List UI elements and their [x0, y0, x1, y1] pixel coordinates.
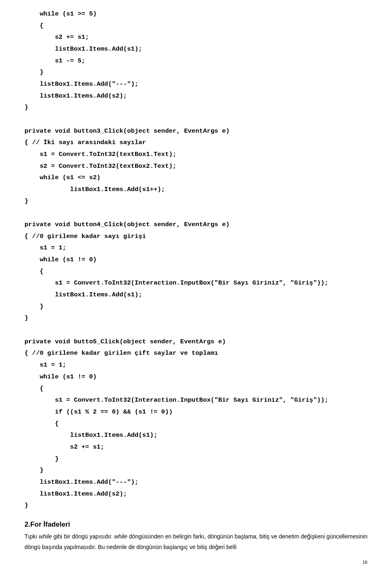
section-heading: 2.For İfadeleri [24, 520, 368, 529]
text-run: gibi bir döngü yapısıdır. [52, 533, 114, 540]
document-page: while (s1 >= 5) { s2 += s1; listBox1.Ite… [0, 0, 392, 576]
page-number: 16 [363, 560, 368, 565]
italic-text: while [39, 533, 52, 540]
text-run: Tıpkı [24, 533, 39, 540]
paragraph: Tıpkı while gibi bir döngü yapısıdır. wh… [24, 531, 368, 553]
italic-text: while [114, 533, 127, 540]
code-block: while (s1 >= 5) { s2 += s1; listBox1.Ite… [24, 8, 368, 512]
